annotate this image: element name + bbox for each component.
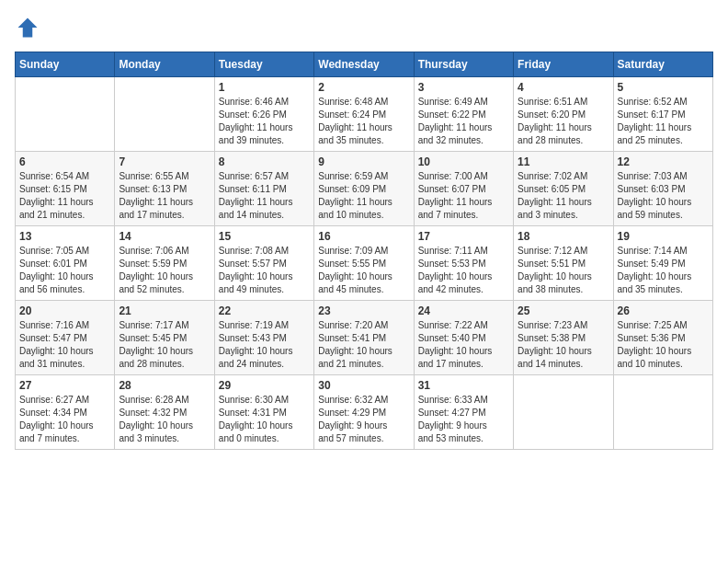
logo-icon	[15, 15, 40, 40]
calendar-cell: 6Sunrise: 6:54 AM Sunset: 6:15 PM Daylig…	[16, 152, 115, 226]
calendar-cell: 7Sunrise: 6:55 AM Sunset: 6:13 PM Daylig…	[115, 152, 214, 226]
day-number: 30	[318, 379, 409, 392]
day-number: 6	[19, 155, 110, 168]
calendar-week-2: 13Sunrise: 7:05 AM Sunset: 6:01 PM Dayli…	[16, 226, 713, 301]
day-info: Sunrise: 6:46 AM Sunset: 6:26 PM Dayligh…	[219, 96, 310, 147]
day-info: Sunrise: 6:57 AM Sunset: 6:11 PM Dayligh…	[219, 170, 310, 222]
calendar-cell	[613, 375, 712, 450]
calendar-cell: 24Sunrise: 7:22 AM Sunset: 5:40 PM Dayli…	[414, 301, 513, 375]
day-info: Sunrise: 6:51 AM Sunset: 6:20 PM Dayligh…	[518, 96, 609, 147]
day-info: Sunrise: 6:48 AM Sunset: 6:24 PM Dayligh…	[318, 96, 409, 147]
calendar-cell: 3Sunrise: 6:49 AM Sunset: 6:22 PM Daylig…	[414, 77, 513, 152]
weekday-header-wednesday: Wednesday	[314, 52, 414, 77]
calendar-cell: 23Sunrise: 7:20 AM Sunset: 5:41 PM Dayli…	[314, 301, 414, 375]
day-number: 7	[119, 155, 210, 168]
day-number: 5	[618, 81, 709, 94]
day-info: Sunrise: 6:59 AM Sunset: 6:09 PM Dayligh…	[318, 170, 409, 222]
day-info: Sunrise: 7:03 AM Sunset: 6:03 PM Dayligh…	[618, 170, 709, 222]
calendar-cell: 15Sunrise: 7:08 AM Sunset: 5:57 PM Dayli…	[214, 226, 313, 301]
day-info: Sunrise: 7:00 AM Sunset: 6:07 PM Dayligh…	[418, 170, 509, 222]
day-info: Sunrise: 7:08 AM Sunset: 5:57 PM Dayligh…	[219, 245, 310, 296]
day-info: Sunrise: 6:30 AM Sunset: 4:31 PM Dayligh…	[219, 394, 310, 445]
calendar-cell: 18Sunrise: 7:12 AM Sunset: 5:51 PM Dayli…	[514, 226, 613, 301]
day-number: 11	[518, 155, 609, 168]
calendar-cell: 16Sunrise: 7:09 AM Sunset: 5:55 PM Dayli…	[314, 226, 414, 301]
day-info: Sunrise: 6:32 AM Sunset: 4:29 PM Dayligh…	[318, 394, 409, 445]
day-info: Sunrise: 7:12 AM Sunset: 5:51 PM Dayligh…	[518, 245, 609, 296]
calendar-cell	[115, 77, 214, 152]
calendar-table: SundayMondayTuesdayWednesdayThursdayFrid…	[15, 52, 713, 450]
day-number: 29	[219, 379, 310, 392]
day-number: 4	[518, 81, 609, 94]
calendar-cell: 1Sunrise: 6:46 AM Sunset: 6:26 PM Daylig…	[214, 77, 313, 152]
calendar-cell: 8Sunrise: 6:57 AM Sunset: 6:11 PM Daylig…	[214, 152, 313, 226]
weekday-header-tuesday: Tuesday	[214, 52, 313, 77]
calendar-week-3: 20Sunrise: 7:16 AM Sunset: 5:47 PM Dayli…	[16, 301, 713, 375]
day-number: 12	[618, 155, 709, 168]
day-number: 9	[318, 155, 409, 168]
calendar-cell: 4Sunrise: 6:51 AM Sunset: 6:20 PM Daylig…	[514, 77, 613, 152]
day-info: Sunrise: 6:49 AM Sunset: 6:22 PM Dayligh…	[418, 96, 509, 147]
calendar-cell: 22Sunrise: 7:19 AM Sunset: 5:43 PM Dayli…	[214, 301, 313, 375]
day-info: Sunrise: 7:17 AM Sunset: 5:45 PM Dayligh…	[119, 319, 210, 371]
day-number: 17	[418, 230, 509, 243]
day-info: Sunrise: 7:16 AM Sunset: 5:47 PM Dayligh…	[19, 319, 110, 371]
calendar-week-0: 1Sunrise: 6:46 AM Sunset: 6:26 PM Daylig…	[16, 77, 713, 152]
day-number: 15	[219, 230, 310, 243]
calendar-cell: 14Sunrise: 7:06 AM Sunset: 5:59 PM Dayli…	[115, 226, 214, 301]
page-header	[15, 15, 713, 40]
day-number: 14	[119, 230, 210, 243]
calendar-cell: 21Sunrise: 7:17 AM Sunset: 5:45 PM Dayli…	[115, 301, 214, 375]
day-info: Sunrise: 7:09 AM Sunset: 5:55 PM Dayligh…	[318, 245, 409, 296]
calendar-cell: 20Sunrise: 7:16 AM Sunset: 5:47 PM Dayli…	[16, 301, 115, 375]
day-number: 2	[318, 81, 409, 94]
day-number: 8	[219, 155, 310, 168]
calendar-cell: 25Sunrise: 7:23 AM Sunset: 5:38 PM Dayli…	[514, 301, 613, 375]
day-number: 22	[219, 304, 310, 317]
day-info: Sunrise: 7:23 AM Sunset: 5:38 PM Dayligh…	[518, 319, 609, 371]
day-number: 1	[219, 81, 310, 94]
day-number: 25	[518, 304, 609, 317]
logo	[15, 15, 44, 40]
calendar-cell: 27Sunrise: 6:27 AM Sunset: 4:34 PM Dayli…	[16, 375, 115, 450]
day-info: Sunrise: 7:11 AM Sunset: 5:53 PM Dayligh…	[418, 245, 509, 296]
calendar-cell: 5Sunrise: 6:52 AM Sunset: 6:17 PM Daylig…	[613, 77, 712, 152]
day-number: 10	[418, 155, 509, 168]
calendar-cell: 29Sunrise: 6:30 AM Sunset: 4:31 PM Dayli…	[214, 375, 313, 450]
calendar-cell	[514, 375, 613, 450]
weekday-header-sunday: Sunday	[16, 52, 115, 77]
day-info: Sunrise: 6:28 AM Sunset: 4:32 PM Dayligh…	[119, 394, 210, 445]
day-number: 18	[518, 230, 609, 243]
calendar-cell: 10Sunrise: 7:00 AM Sunset: 6:07 PM Dayli…	[414, 152, 513, 226]
day-number: 3	[418, 81, 509, 94]
day-info: Sunrise: 7:20 AM Sunset: 5:41 PM Dayligh…	[318, 319, 409, 371]
day-number: 26	[618, 304, 709, 317]
day-info: Sunrise: 6:55 AM Sunset: 6:13 PM Dayligh…	[119, 170, 210, 222]
day-info: Sunrise: 6:54 AM Sunset: 6:15 PM Dayligh…	[19, 170, 110, 222]
day-info: Sunrise: 7:05 AM Sunset: 6:01 PM Dayligh…	[19, 245, 110, 296]
day-number: 24	[418, 304, 509, 317]
day-number: 16	[318, 230, 409, 243]
day-number: 23	[318, 304, 409, 317]
weekday-header-monday: Monday	[115, 52, 214, 77]
day-info: Sunrise: 7:06 AM Sunset: 5:59 PM Dayligh…	[119, 245, 210, 296]
calendar-cell: 30Sunrise: 6:32 AM Sunset: 4:29 PM Dayli…	[314, 375, 414, 450]
day-number: 21	[119, 304, 210, 317]
calendar-cell: 11Sunrise: 7:02 AM Sunset: 6:05 PM Dayli…	[514, 152, 613, 226]
calendar-week-4: 27Sunrise: 6:27 AM Sunset: 4:34 PM Dayli…	[16, 375, 713, 450]
calendar-cell: 9Sunrise: 6:59 AM Sunset: 6:09 PM Daylig…	[314, 152, 414, 226]
day-info: Sunrise: 7:02 AM Sunset: 6:05 PM Dayligh…	[518, 170, 609, 222]
day-info: Sunrise: 6:52 AM Sunset: 6:17 PM Dayligh…	[618, 96, 709, 147]
day-number: 20	[19, 304, 110, 317]
day-number: 27	[19, 379, 110, 392]
calendar-cell: 12Sunrise: 7:03 AM Sunset: 6:03 PM Dayli…	[613, 152, 712, 226]
calendar-cell: 28Sunrise: 6:28 AM Sunset: 4:32 PM Dayli…	[115, 375, 214, 450]
day-info: Sunrise: 7:22 AM Sunset: 5:40 PM Dayligh…	[418, 319, 509, 371]
weekday-header-thursday: Thursday	[414, 52, 513, 77]
calendar-week-1: 6Sunrise: 6:54 AM Sunset: 6:15 PM Daylig…	[16, 152, 713, 226]
day-number: 28	[119, 379, 210, 392]
day-info: Sunrise: 6:27 AM Sunset: 4:34 PM Dayligh…	[19, 394, 110, 445]
day-info: Sunrise: 6:33 AM Sunset: 4:27 PM Dayligh…	[418, 394, 509, 445]
calendar-cell: 2Sunrise: 6:48 AM Sunset: 6:24 PM Daylig…	[314, 77, 414, 152]
day-number: 31	[418, 379, 509, 392]
